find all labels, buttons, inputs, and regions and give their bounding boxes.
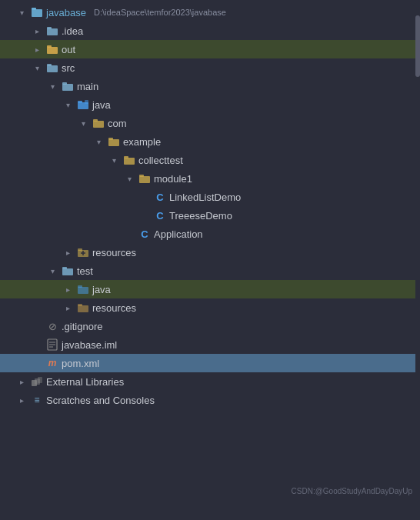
scrollbar[interactable] (415, 0, 420, 520)
tree-item-collecttest[interactable]: collecttest (0, 151, 420, 169)
arrow-java-main (62, 101, 74, 109)
svg-rect-22 (78, 248, 82, 251)
java-class-icon-treesedemo: C (154, 209, 166, 222)
idea-label: .idea (62, 25, 83, 37)
arrow-out (31, 45, 43, 54)
tree-item-external-libraries[interactable]: External Libraries (0, 372, 420, 391)
java-main-label: java (92, 99, 111, 111)
tree-item-idea[interactable]: .idea (0, 22, 420, 40)
folder-icon-collecttest (123, 154, 135, 166)
module1-label: module1 (154, 173, 192, 185)
svg-rect-1 (32, 8, 36, 10)
application-label: Application (154, 228, 203, 240)
java-test-label: java (92, 284, 111, 295)
tree-item-treesedemo[interactable]: C TreeeseDemo (0, 206, 420, 225)
external-libs-label: External Libraries (46, 376, 124, 388)
arrow-module1 (123, 175, 135, 183)
java-class-icon-linkedlistdemo: C (154, 191, 166, 203)
tree-item-root[interactable]: javabase D:\ideaSpace\temfor2023\javabas… (0, 3, 420, 22)
folder-icon-idea (46, 25, 58, 37)
svg-rect-14 (93, 119, 98, 122)
treesedemo-label: TreeeseDemo (169, 210, 232, 222)
folder-icon-out (46, 43, 58, 55)
arrow-root (15, 8, 28, 17)
tree-item-linkedlistdemo[interactable]: C LinkedListDemo (0, 188, 420, 206)
svg-rect-8 (62, 84, 73, 91)
svg-rect-26 (62, 267, 67, 269)
iml-icon (46, 338, 58, 351)
tree-item-com[interactable]: com (0, 114, 420, 132)
svg-rect-6 (47, 65, 58, 72)
out-label: out (62, 44, 75, 55)
folder-icon-example (108, 135, 120, 148)
gitignore-icon: ⊘ (46, 320, 58, 332)
tree-item-resources-test[interactable]: resources (0, 298, 420, 317)
linkedlistdemo-label: LinkedListDemo (169, 192, 241, 203)
collecttest-label: collecttest (138, 155, 183, 166)
svg-rect-13 (93, 121, 104, 128)
resources-test-label: resources (92, 302, 136, 314)
svg-rect-15 (108, 139, 119, 146)
root-path: D:\ideaSpace\temfor2023\javabase (94, 8, 226, 17)
svg-rect-5 (47, 45, 52, 48)
java-class-icon-application: C (138, 228, 151, 240)
arrow-collecttest (108, 156, 120, 165)
svg-rect-19 (139, 176, 150, 183)
svg-rect-25 (62, 268, 73, 275)
folder-icon-java-test (77, 283, 89, 295)
tree-item-test[interactable]: test (0, 262, 420, 280)
arrow-external-libs (15, 378, 28, 386)
tree-item-example[interactable]: example (0, 132, 420, 151)
scratches-icon: ≡ (31, 394, 43, 406)
svg-rect-9 (62, 82, 67, 85)
pom-label: pom.xml (62, 358, 99, 369)
svg-rect-28 (78, 285, 82, 288)
tree-item-resources-main[interactable]: resources (0, 243, 420, 262)
iml-label: javabase.iml (62, 339, 117, 351)
src-label: src (62, 62, 75, 74)
tree-item-main[interactable]: main (0, 77, 420, 95)
folder-icon-resources-main (77, 246, 89, 258)
arrow-main (46, 82, 58, 91)
root-label: javabase (46, 7, 86, 18)
svg-rect-20 (139, 175, 144, 177)
com-label: com (108, 118, 127, 129)
folder-icon-src (46, 62, 58, 74)
tree-item-java-test[interactable]: java (0, 280, 420, 298)
arrow-resources-test (62, 304, 74, 312)
tree-item-java-main[interactable]: java (0, 95, 420, 114)
svg-rect-0 (32, 9, 42, 17)
resources-main-label: resources (92, 247, 136, 258)
folder-icon-com (92, 117, 105, 129)
folder-icon-java-main (77, 98, 89, 111)
svg-rect-4 (47, 47, 58, 54)
tree-item-out[interactable]: out (0, 40, 420, 58)
svg-rect-18 (124, 156, 128, 158)
tree-item-application[interactable]: C Application (0, 225, 420, 243)
scrollbar-thumb[interactable] (415, 15, 420, 77)
external-libs-icon (31, 375, 43, 388)
test-label: test (77, 265, 93, 277)
tree-item-src[interactable]: src (0, 58, 420, 77)
arrow-resources-main (62, 248, 74, 257)
tree-item-module1[interactable]: module1 (0, 169, 420, 188)
svg-rect-12 (85, 100, 88, 104)
example-label: example (123, 136, 161, 148)
tree-item-javabase-iml[interactable]: javabase.iml (0, 335, 420, 354)
folder-icon-module1 (138, 172, 151, 185)
folder-icon-main (62, 80, 74, 92)
folder-icon-resources-test (77, 302, 89, 314)
svg-rect-30 (78, 304, 82, 306)
tree-item-scratches[interactable]: ≡ Scratches and Consoles (0, 391, 420, 409)
svg-rect-37 (38, 377, 42, 383)
svg-rect-29 (78, 305, 88, 312)
arrow-idea (31, 27, 43, 35)
arrow-com (77, 119, 89, 128)
pom-icon: m (46, 357, 58, 369)
watermark: CSDN:@GoodStudyAndDayDayUp (292, 487, 412, 495)
tree-item-gitignore[interactable]: ⊘ .gitignore (0, 317, 420, 335)
tree-item-pom-xml[interactable]: m pom.xml (0, 354, 420, 372)
svg-rect-11 (78, 101, 82, 103)
svg-rect-27 (78, 287, 88, 294)
svg-rect-16 (108, 138, 113, 140)
